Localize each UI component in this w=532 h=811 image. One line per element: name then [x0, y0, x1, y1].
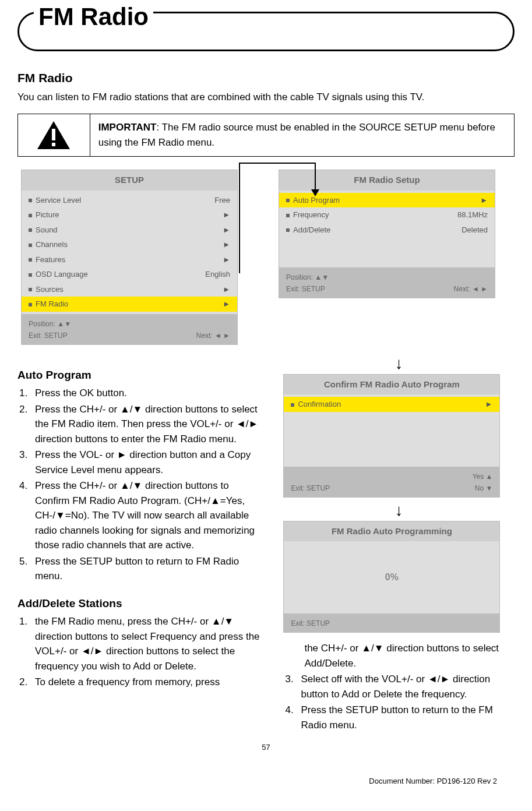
important-label: IMPORTANT	[98, 122, 157, 133]
add-delete-right-steps: Select off with the VOL+/- or ◄/► direct…	[283, 672, 515, 732]
step-continuation: the CH+/- or ▲/▼ direction buttons to se…	[283, 641, 515, 671]
screen-setup-title: SETUP	[22, 170, 237, 191]
warning-icon	[36, 120, 71, 150]
heading-add-delete: Add/Delete Stations	[17, 595, 260, 612]
step: Select off with the VOL+/- or ◄/► direct…	[296, 672, 515, 701]
step: Press the CH+/- or ▲/▼ direction buttons…	[30, 402, 260, 447]
svg-rect-1	[52, 129, 55, 140]
important-box: IMPORTANT: The FM radio source must be e…	[17, 114, 515, 157]
arrow-down-icon: ↓	[283, 505, 515, 516]
svg-marker-3	[311, 189, 319, 196]
screen-progress-title: FM Radio Auto Programming	[284, 521, 499, 542]
step: Press the VOL- or ► direction button and…	[30, 447, 260, 477]
arrow-down-icon: ↓	[283, 358, 515, 369]
page-number: 57	[17, 742, 515, 753]
step: the FM Radio menu, press the CH+/- or ▲/…	[30, 614, 260, 674]
screen-fm-setup-title: FM Radio Setup	[279, 170, 495, 191]
step: To delete a frequency from memory, press	[30, 675, 260, 690]
important-text: IMPORTANT: The FM radio source must be e…	[90, 114, 514, 156]
step: Press the CH+/- or ▲/▼ direction buttons…	[30, 478, 260, 553]
warning-icon-cell	[18, 114, 90, 156]
progress-value: 0%	[291, 570, 492, 584]
screens-row: SETUP Service LevelFree Picture► Sound► …	[17, 170, 515, 352]
add-delete-left-steps: the FM Radio menu, press the CH+/- or ▲/…	[17, 614, 260, 690]
svg-rect-2	[52, 143, 55, 146]
screen-progress: FM Radio Auto Programming 0% Exit: SETUP	[283, 521, 500, 633]
step: Press the OK button.	[30, 386, 260, 401]
screen-setup: SETUP Service LevelFree Picture► Sound► …	[21, 170, 238, 345]
arrow-head-icon	[311, 189, 319, 196]
section-heading-fmradio: FM Radio	[17, 69, 515, 87]
heading-auto-program: Auto Program	[17, 367, 260, 384]
page-title: FM Radio	[34, 0, 153, 35]
screen-confirm: Confirm FM Radio Auto Program Confirmati…	[283, 374, 500, 498]
document-number: Document Number: PD196-120 Rev 2	[369, 775, 497, 787]
step: Press the SETUP button to return to FM R…	[30, 554, 260, 584]
screen-confirm-title: Confirm FM Radio Auto Program	[284, 375, 499, 395]
important-body: : The FM radio source must be enabled in…	[98, 122, 495, 148]
page-header: FM Radio	[17, 12, 515, 51]
step: Press the SETUP button to return to the …	[296, 703, 515, 732]
intro-text: You can listen to FM radio stations that…	[17, 90, 515, 105]
auto-program-steps: Press the OK button. Press the CH+/- or …	[17, 386, 260, 584]
